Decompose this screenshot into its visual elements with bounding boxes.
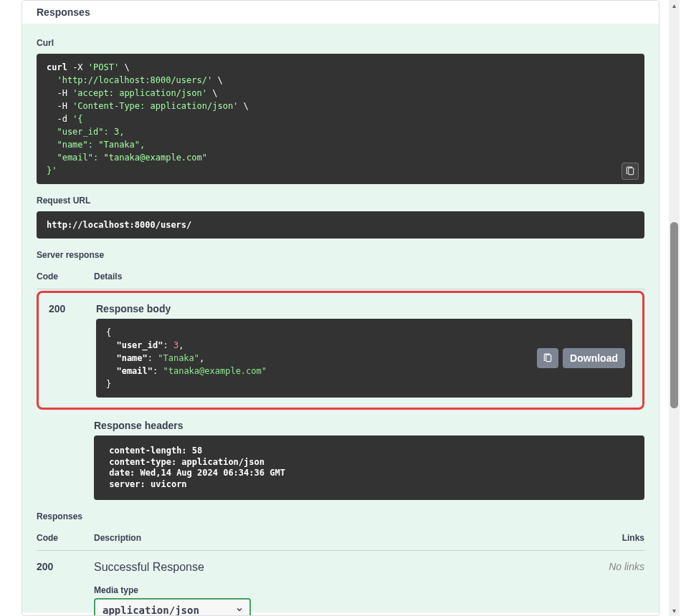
response-headers-label: Response headers [94, 420, 644, 431]
media-type-label: Media type [94, 585, 601, 595]
scroll-down-arrow-icon[interactable]: ▾ [669, 607, 680, 615]
server-response-table-header: Code Details [37, 271, 644, 289]
curl-codeblock: curl -X 'POST' \ 'http://localhost:8000/… [37, 54, 644, 184]
scroll-up-arrow-icon[interactable]: ▴ [669, 1, 680, 9]
responses-code: 200 [37, 561, 94, 616]
responses-section-label: Responses [37, 511, 644, 521]
col-links-header: Links [601, 533, 644, 543]
response-body-label: Response body [96, 303, 632, 314]
server-response-label: Server response [37, 250, 644, 260]
col-code-header2: Code [37, 533, 94, 543]
vertical-scrollbar[interactable]: ▴ ▾ [669, 0, 680, 616]
media-type-select[interactable]: application/json [94, 598, 251, 616]
curl-label: Curl [37, 38, 644, 48]
request-url-label: Request URL [37, 196, 644, 206]
response-headers-codeblock: content-length: 58 content-type: applica… [94, 435, 644, 500]
media-type-select-wrap[interactable]: application/json [94, 598, 251, 616]
responses-table-header: Code Description Links [37, 533, 644, 551]
response-highlight-box: 200 Response body { "user_id": 3, "name"… [37, 291, 644, 410]
no-links: No links [601, 561, 644, 616]
copy-response-body-button[interactable] [537, 348, 558, 368]
responses-header: Responses [22, 1, 659, 24]
responses-description: Successful Response [94, 561, 601, 574]
copy-curl-button[interactable] [622, 163, 639, 180]
col-code-header: Code [37, 271, 94, 281]
request-url-value: http://localhost:8000/users/ [37, 211, 644, 239]
col-description-header: Description [94, 533, 601, 543]
clipboard-icon [625, 166, 635, 176]
col-details-header: Details [94, 271, 644, 281]
response-body-codeblock: { "user_id": 3, "name": "Tanaka", "email… [96, 319, 632, 398]
svg-rect-1 [546, 355, 551, 361]
scrollbar-thumb[interactable] [670, 222, 678, 408]
download-button[interactable]: Download [563, 348, 625, 368]
response-code: 200 [49, 303, 96, 398]
svg-rect-0 [629, 168, 634, 174]
clipboard-icon [543, 353, 553, 363]
responses-title: Responses [37, 6, 644, 18]
